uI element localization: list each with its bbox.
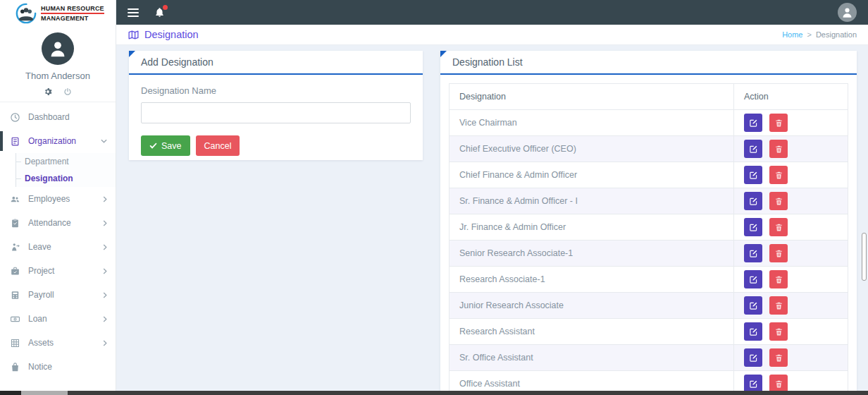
horizontal-scrollbar-thumb[interactable] [68, 391, 868, 395]
trash-icon [774, 145, 783, 154]
sidebar-item-payroll[interactable]: Payroll [0, 283, 116, 307]
designation-name-cell: Senior Research Associate-1 [450, 241, 734, 267]
sidebar-item-project[interactable]: Project [0, 259, 116, 283]
main-content: Add Designation Designation Name Save Ca… [116, 45, 868, 395]
horizontal-scrollbar-track[interactable] [21, 391, 68, 395]
vertical-scrollbar-thumb[interactable] [862, 233, 867, 281]
sidebar-item-label: Dashboard [28, 112, 70, 122]
sidebar-item-assets[interactable]: Assets [0, 331, 116, 355]
notice-icon [10, 362, 20, 372]
trash-icon [774, 379, 783, 389]
save-button[interactable]: Save [141, 135, 190, 156]
trash-icon [774, 223, 783, 232]
chevron-down-icon [101, 139, 107, 143]
edit-icon [749, 145, 758, 154]
table-row: Sr. Finance & Admin Officer - I [450, 188, 848, 214]
sidebar-item-designation[interactable]: Designation [16, 170, 116, 187]
edit-button[interactable] [744, 348, 762, 367]
edit-button[interactable] [744, 140, 762, 158]
profile-user-name: Thom Anderson [0, 71, 116, 81]
gear-icon[interactable] [44, 87, 52, 96]
cancel-button-label: Cancel [204, 141, 232, 151]
designation-name-cell: Research Associate-1 [450, 267, 734, 293]
logo-title-line2: MANAGEMENT [41, 14, 104, 22]
edit-button[interactable] [744, 218, 762, 236]
action-cell [734, 188, 848, 214]
cancel-button[interactable]: Cancel [196, 135, 240, 156]
designation-name-cell: Jr. Finance & Admin Officer [450, 214, 734, 241]
edit-button[interactable] [744, 244, 762, 262]
breadcrumb-home-link[interactable]: Home [782, 30, 802, 39]
sidebar-item-employees[interactable]: Employees [0, 187, 116, 211]
edit-button[interactable] [744, 192, 762, 210]
app-logo: HUMAN RESOURCE MANAGEMENT [0, 0, 116, 25]
delete-button[interactable] [769, 244, 788, 262]
submenu-item-label: Designation [25, 174, 73, 183]
edit-icon [749, 249, 758, 258]
sidebar-item-label: Loan [28, 314, 47, 324]
delete-button[interactable] [769, 140, 788, 158]
edit-button[interactable] [744, 296, 762, 315]
breadcrumb-current: Designation [816, 30, 857, 39]
chevron-right-icon [103, 268, 107, 274]
sidebar-item-loan[interactable]: Loan [0, 307, 116, 331]
chevron-right-icon [103, 292, 107, 298]
action-cell [734, 345, 848, 371]
edit-icon [749, 223, 758, 232]
sidebar-item-dashboard[interactable]: Dashboard [0, 105, 116, 129]
trash-icon [774, 327, 783, 336]
bell-icon[interactable] [154, 7, 165, 18]
delete-button[interactable] [769, 114, 788, 132]
sidebar-item-leave[interactable]: Leave [0, 235, 116, 259]
edit-icon [749, 327, 758, 336]
sidebar-item-label: Project [28, 266, 54, 276]
designation-name-cell: Vice Chairman [450, 110, 734, 136]
designation-name-input[interactable] [141, 102, 411, 123]
trash-icon [774, 249, 783, 258]
action-cell [734, 136, 848, 162]
leave-icon [10, 242, 20, 253]
assets-icon [10, 338, 20, 348]
power-icon[interactable] [63, 87, 72, 96]
sidebar-item-notice[interactable]: Notice [0, 355, 116, 379]
trash-icon [774, 353, 783, 363]
sidebar-item-attendance[interactable]: Attendance [0, 211, 116, 235]
edit-button[interactable] [744, 322, 762, 341]
designation-name-cell: Junior Research Associate [450, 293, 734, 319]
sidebar-item-department[interactable]: Department [16, 153, 116, 170]
delete-button[interactable] [769, 296, 788, 315]
sidebar-nav: Dashboard Organization Department Design… [0, 102, 116, 379]
chevron-right-icon [103, 220, 107, 226]
edit-icon [749, 197, 758, 206]
edit-button[interactable] [744, 166, 762, 184]
delete-button[interactable] [769, 348, 788, 367]
table-row: Research Associate-1 [450, 267, 848, 293]
delete-button[interactable] [769, 166, 788, 184]
trash-icon [774, 119, 783, 128]
designation-table: Designation Action Vice Chairman [449, 83, 848, 395]
edit-icon [749, 119, 758, 128]
designation-table-body: Vice Chairman Chief Executive Officer [450, 110, 848, 395]
page-title-text: Designation [144, 29, 199, 40]
hamburger-menu-icon[interactable] [128, 8, 139, 17]
logo-title-line1: HUMAN RESOURCE [41, 5, 104, 14]
topbar-user-avatar[interactable] [838, 3, 857, 22]
delete-button[interactable] [769, 270, 788, 288]
designation-name-cell: Sr. Office Assistant [450, 345, 734, 371]
edit-button[interactable] [744, 270, 762, 288]
edit-icon [749, 301, 758, 310]
organization-submenu: Department Designation [16, 153, 116, 187]
delete-button[interactable] [769, 218, 788, 236]
delete-button[interactable] [769, 192, 788, 210]
horizontal-scrollbar[interactable] [0, 391, 868, 395]
breadcrumb: Home > Designation [782, 30, 857, 39]
organization-icon [10, 136, 20, 147]
employees-icon [10, 194, 20, 205]
edit-button[interactable] [744, 114, 762, 132]
table-row: Research Assistant [450, 319, 848, 345]
delete-button[interactable] [769, 322, 788, 341]
scrollbar-corner [0, 391, 21, 395]
sidebar-item-organization[interactable]: Organization [0, 129, 116, 153]
action-cell [734, 241, 848, 267]
payroll-icon [10, 290, 20, 300]
